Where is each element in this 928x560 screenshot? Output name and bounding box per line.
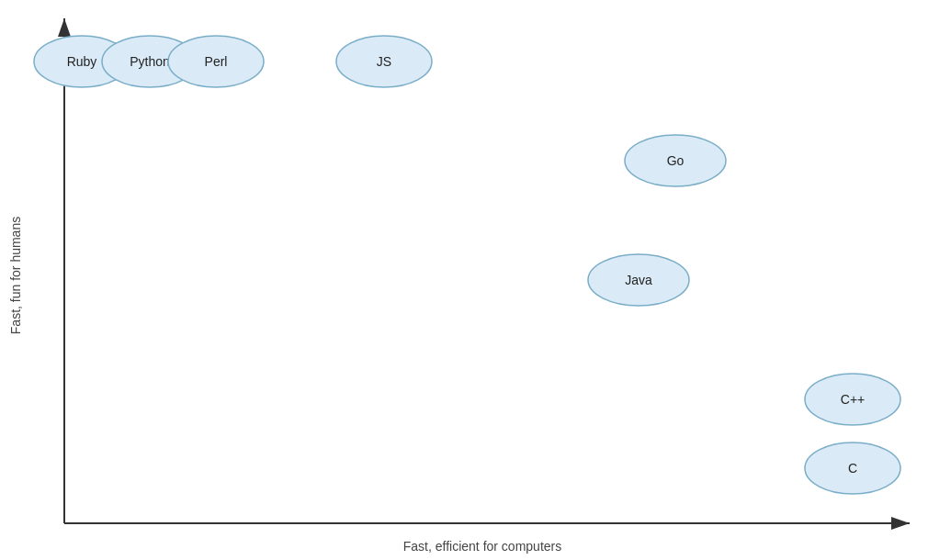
language-label-perl: Perl — [205, 54, 228, 69]
language-label-ruby: Ruby — [67, 54, 97, 69]
language-item-c++: C++ — [805, 374, 900, 425]
language-label-go: Go — [667, 153, 685, 168]
language-label-python: Python — [130, 54, 170, 69]
language-item-java: Java — [588, 254, 689, 306]
languages-group: RubyPythonPerlJSGoJavaC++C — [34, 36, 900, 494]
language-item-go: Go — [625, 135, 726, 186]
language-item-perl: Perl — [168, 36, 264, 87]
language-label-c: C — [848, 461, 857, 476]
x-axis-label: Fast, efficient for computers — [403, 539, 561, 554]
language-label-c++: C++ — [841, 392, 865, 407]
chart-container: Fast, fun for humans Fast, efficient for… — [0, 0, 928, 560]
language-label-js: JS — [377, 54, 391, 69]
language-label-java: Java — [625, 273, 652, 287]
language-item-js: JS — [336, 36, 432, 87]
language-item-c: C — [805, 442, 900, 494]
y-axis-label: Fast, fun for humans — [8, 217, 23, 334]
scatter-chart: Fast, fun for humans Fast, efficient for… — [0, 0, 928, 560]
